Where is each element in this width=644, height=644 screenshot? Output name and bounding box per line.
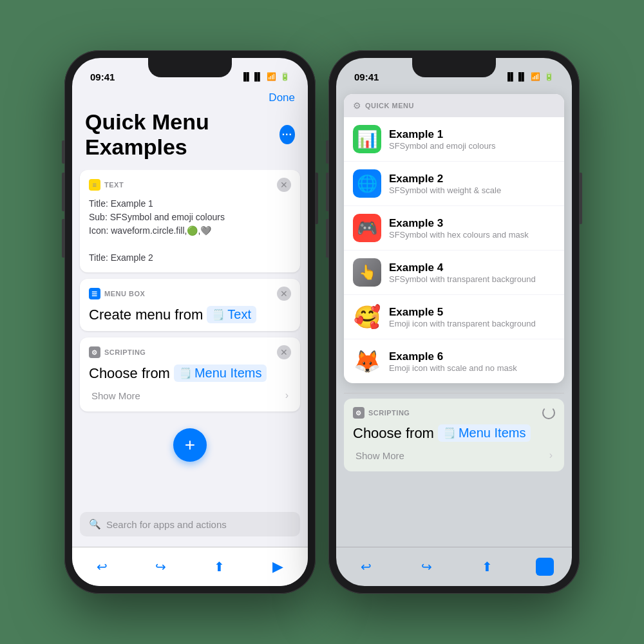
bottom-toolbar-left: ↩ ↪ ⬆ ▶ — [72, 547, 308, 586]
done-button[interactable]: Done — [269, 91, 295, 104]
menu-item-1-title: Example 1 — [389, 128, 495, 141]
menu-item-4-icon: 👆 — [353, 258, 381, 287]
text-line-1: Title: Example 1 — [89, 197, 291, 211]
scripting-right-header: ⚙ SCRIPTING — [353, 406, 555, 419]
menu-item-3-icon: 🎮 — [353, 214, 381, 242]
scripting-body-text: Choose from — [89, 365, 170, 382]
menu-token-label: Text — [227, 307, 251, 322]
menu-item-3-text: Example 3 SFSymbol with hex colours and … — [389, 217, 529, 240]
menu-item-5[interactable]: 🥰 Example 5 Emoji icon with transparent … — [344, 295, 564, 339]
text-icon: ≡ — [89, 179, 100, 191]
text-line-2: Sub: SFSymbol and emoji colours — [89, 211, 291, 224]
wifi-icon: 📶 — [267, 72, 276, 81]
left-screen: 09:41 ▐▌▐▌ 📶 🔋 Done Quick Menu Examples … — [72, 58, 308, 586]
notch-right — [412, 58, 496, 77]
right-screen: 09:41 ▐▌▐▌ 📶 🔋 ⚙ QUICK MENU 📊 Example — [336, 58, 572, 586]
menu-card-label: ☰ MENU BOX — [89, 288, 145, 299]
play-button[interactable]: ▶ — [267, 555, 290, 578]
volume-up-button — [62, 173, 64, 211]
menu-item-1-subtitle: SFSymbol and emoji colours — [389, 141, 495, 151]
scripting-card-left: ⚙ SCRIPTING ✕ Choose from 🗒️ Menu Items — [80, 337, 300, 412]
quick-menu: ⚙ QUICK MENU 📊 Example 1 SFSymbol and em… — [344, 94, 564, 383]
menu-item-4-text: Example 4 SFSymbol with transparent back… — [389, 261, 536, 284]
menu-item-6-subtitle: Emoji icon with scale and no mask — [389, 363, 517, 373]
menu-item-6-text: Example 6 Emoji icon with scale and no m… — [389, 350, 517, 373]
signal-icon: ▐▌▐▌ — [241, 72, 263, 81]
left-content: ≡ TEXT ✕ Title: Example 1 Sub: SFSymbol … — [72, 170, 308, 507]
text-card-close[interactable]: ✕ — [277, 178, 291, 192]
volume-down-button — [62, 219, 64, 258]
undo-button-right[interactable]: ↩ — [354, 555, 377, 578]
show-more-right[interactable]: Show More › — [353, 442, 555, 464]
scripting-icon: ⚙ — [89, 346, 100, 358]
divider — [344, 388, 564, 393]
stop-button[interactable] — [536, 558, 554, 576]
volume-up-button-right — [326, 173, 328, 211]
menu-item-2[interactable]: 🌐 Example 2 SFSymbol with weight & scale — [344, 162, 564, 206]
menu-item-1[interactable]: 📊 Example 1 SFSymbol and emoji colours — [344, 117, 564, 162]
add-button[interactable]: + — [173, 428, 207, 462]
scripting-card-header: ⚙ SCRIPTING ✕ — [89, 345, 291, 359]
text-card: ≡ TEXT ✕ Title: Example 1 Sub: SFSymbol … — [80, 170, 300, 272]
power-button — [316, 173, 318, 224]
menu-item-2-text: Example 2 SFSymbol with weight & scale — [389, 173, 501, 195]
scripting-token[interactable]: 🗒️ Menu Items — [174, 365, 267, 382]
title-text: Quick Menu Examples — [85, 109, 274, 160]
status-icons-left: ▐▌▐▌ 📶 🔋 — [241, 72, 290, 81]
signal-icon-right: ▐▌▐▌ — [505, 72, 527, 81]
time-left: 09:41 — [90, 71, 115, 82]
menu-item-3-subtitle: SFSymbol with hex colours and mask — [389, 230, 529, 240]
menu-card: ☰ MENU BOX ✕ Create menu from 🗒️ Text — [80, 279, 300, 331]
battery-icon-right: 🔋 — [544, 72, 554, 81]
menu-item-4-title: Example 4 — [389, 261, 536, 274]
text-line-4: Title: Example 2 — [89, 251, 291, 265]
menu-item-5-title: Example 5 — [389, 306, 536, 319]
text-line-3: Icon: waveform.circle.fill,🟢,🩶 — [89, 224, 291, 238]
search-bar[interactable]: 🔍 Search for apps and actions — [80, 512, 300, 536]
scripting-token-label: Menu Items — [194, 366, 261, 381]
scripting-card-right: ⚙ SCRIPTING Choose from 🗒️ Menu Items Sh… — [344, 399, 564, 471]
menu-item-4[interactable]: 👆 Example 4 SFSymbol with transparent ba… — [344, 251, 564, 295]
page-title: Quick Menu Examples ··· — [72, 109, 308, 170]
menu-item-5-text: Example 5 Emoji icon with transparent ba… — [389, 306, 536, 328]
show-more-label-left: Show More — [91, 390, 140, 401]
undo-button[interactable]: ↩ — [90, 555, 113, 578]
text-card-header: ≡ TEXT ✕ — [89, 178, 291, 192]
menu-item-1-text: Example 1 SFSymbol and emoji colours — [389, 128, 495, 151]
scripting-right-label: ⚙ SCRIPTING — [353, 407, 410, 419]
scripting-right-body: Choose from 🗒️ Menu Items — [353, 424, 555, 442]
redo-button-right[interactable]: ↪ — [415, 555, 438, 578]
menu-token[interactable]: 🗒️ Text — [207, 306, 256, 323]
menu-card-body: Create menu from 🗒️ Text — [89, 306, 291, 323]
phones-container: 09:41 ▐▌▐▌ 📶 🔋 Done Quick Menu Examples … — [64, 50, 580, 594]
mute-button-right — [326, 140, 328, 164]
more-button[interactable]: ··· — [279, 125, 295, 144]
menu-item-2-title: Example 2 — [389, 173, 501, 185]
menu-card-header: ☰ MENU BOX ✕ — [89, 287, 291, 301]
scripting-card-close[interactable]: ✕ — [277, 345, 291, 359]
menu-token-icon: 🗒️ — [212, 308, 225, 321]
menu-item-5-icon: 🥰 — [353, 303, 381, 331]
show-more-left[interactable]: Show More › — [89, 382, 291, 404]
scripting-right-token-icon: 🗒️ — [443, 427, 456, 439]
mute-button — [62, 140, 64, 164]
menu-item-4-subtitle: SFSymbol with transparent background — [389, 274, 536, 284]
text-label: TEXT — [104, 181, 124, 189]
menu-item-3[interactable]: 🎮 Example 3 SFSymbol with hex colours an… — [344, 206, 564, 251]
text-card-label: ≡ TEXT — [89, 179, 124, 191]
share-button[interactable]: ⬆ — [208, 555, 231, 578]
time-right: 09:41 — [354, 71, 379, 82]
scripting-right-text: SCRIPTING — [368, 409, 410, 417]
menu-item-1-icon: 📊 — [353, 125, 381, 153]
nav-header-left: Done — [72, 89, 308, 109]
scripting-label: SCRIPTING — [104, 348, 146, 356]
menu-item-6[interactable]: 🦊 Example 6 Emoji icon with scale and no… — [344, 339, 564, 383]
menu-item-2-icon: 🌐 — [353, 169, 381, 198]
menu-card-close[interactable]: ✕ — [277, 287, 291, 301]
text-card-body: Title: Example 1 Sub: SFSymbol and emoji… — [89, 197, 291, 265]
redo-button[interactable]: ↪ — [149, 555, 172, 578]
share-button-right[interactable]: ⬆ — [475, 555, 498, 578]
chevron-icon-right: › — [549, 450, 553, 461]
chevron-icon-left: › — [285, 390, 289, 401]
scripting-right-token[interactable]: 🗒️ Menu Items — [438, 424, 531, 442]
